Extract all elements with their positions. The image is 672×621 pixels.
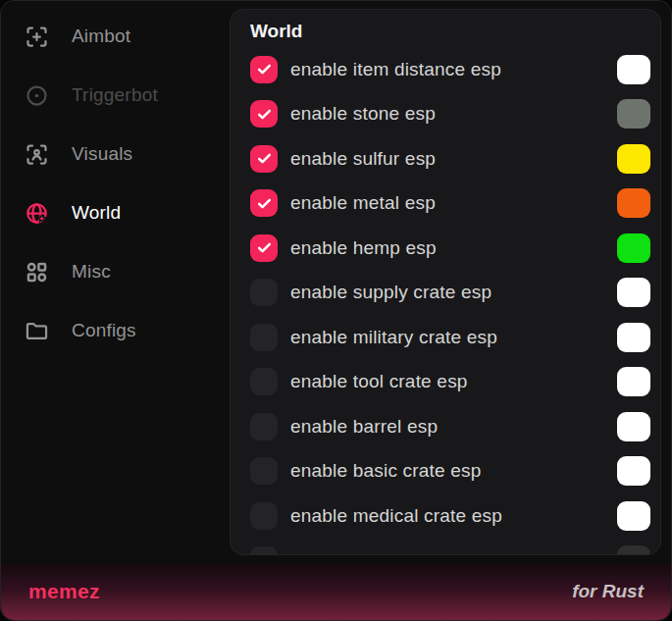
folder-icon [23,317,50,344]
esp-checkbox[interactable] [250,324,278,351]
footer: memez for Rust [1,563,671,620]
sidebar-item-label: Configs [72,320,136,341]
esp-row: enable item distance esp [250,47,650,92]
circle-dot-icon [23,81,50,109]
esp-checkbox[interactable] [250,368,278,395]
checkmark-icon [256,239,273,256]
esp-checkbox[interactable] [250,100,278,128]
checkmark-icon [256,106,273,123]
person-scan-icon [23,140,50,168]
sidebar-item-world[interactable]: World [1,183,230,242]
esp-label: enable metal esp [290,192,436,214]
esp-label: enable supply crate esp [290,282,491,303]
esp-row: enable tool crate esp [250,360,650,405]
esp-row: enable basic crate esp [250,449,650,494]
color-swatch[interactable] [617,278,650,307]
sidebar-item-aimbot[interactable]: Aimbot [1,7,230,66]
esp-label: enable hemp esp [290,237,437,259]
tagline: for Rust [572,581,644,602]
color-swatch[interactable] [617,233,650,263]
color-swatch[interactable] [617,501,650,531]
esp-checkbox[interactable] [250,546,278,555]
checkmark-icon [256,61,273,78]
esp-label: enable tool crate esp [290,371,468,392]
sidebar-item-triggerbot[interactable]: Triggerbot [1,66,230,125]
sidebar-item-visuals[interactable]: Visuals [1,125,230,183]
esp-checkbox[interactable] [250,502,278,530]
sidebar-item-misc[interactable]: Misc [1,242,230,301]
esp-row: enable hemp esp [250,226,650,271]
color-swatch[interactable] [617,323,650,352]
esp-row: enable supply crate esp [250,271,650,316]
brand-name: memez [28,580,100,603]
sidebar-item-label: Misc [72,261,111,283]
sidebar-item-configs[interactable]: Configs [1,301,230,360]
crosshair-plus-icon [23,23,50,50]
esp-label: enable barrel esp [290,416,438,438]
color-swatch[interactable] [617,367,650,396]
esp-checkbox[interactable] [250,189,278,217]
panel-title: World [250,20,650,43]
color-swatch[interactable] [617,99,650,129]
esp-checkbox[interactable] [250,413,278,440]
esp-label: enable stone esp [290,103,436,125]
esp-row [250,539,650,556]
globe-star-icon [23,199,50,227]
esp-label: enable basic crate esp [290,460,482,482]
esp-row: enable metal esp [250,181,650,227]
color-swatch[interactable] [617,456,650,486]
esp-label: enable sulfur esp [290,148,436,170]
color-swatch[interactable] [617,188,650,218]
checkmark-icon [256,195,273,212]
grid-shapes-icon [23,258,50,285]
esp-checkbox[interactable] [250,145,278,173]
color-swatch[interactable] [617,55,650,84]
esp-row: enable barrel esp [250,404,650,449]
sidebar-item-label: World [72,202,121,224]
color-swatch[interactable] [617,545,650,555]
checkmark-icon [256,150,273,167]
esp-checkbox[interactable] [250,234,278,262]
esp-row: enable military crate esp [250,315,650,360]
sidebar-item-label: Triggerbot [72,84,158,106]
esp-label: enable military crate esp [290,327,497,348]
esp-row: enable medical crate esp [250,493,650,539]
esp-option-list: enable item distance esp enable stone es… [250,47,650,555]
color-swatch[interactable] [617,412,650,441]
esp-row: enable sulfur esp [250,136,650,181]
esp-label: enable medical crate esp [290,505,502,527]
sidebar: Aimbot Triggerbot Visuals [1,7,230,360]
esp-checkbox[interactable] [250,56,278,83]
color-swatch[interactable] [617,144,650,174]
esp-row: enable stone esp [250,92,650,137]
cheat-menu-window: Aimbot Triggerbot Visuals [0,0,672,621]
esp-checkbox[interactable] [250,279,278,306]
esp-checkbox[interactable] [250,457,278,485]
sidebar-item-label: Aimbot [72,26,130,47]
sidebar-item-label: Visuals [72,143,132,165]
world-panel: World enable item distance esp [230,9,661,555]
esp-label: enable item distance esp [290,59,501,80]
